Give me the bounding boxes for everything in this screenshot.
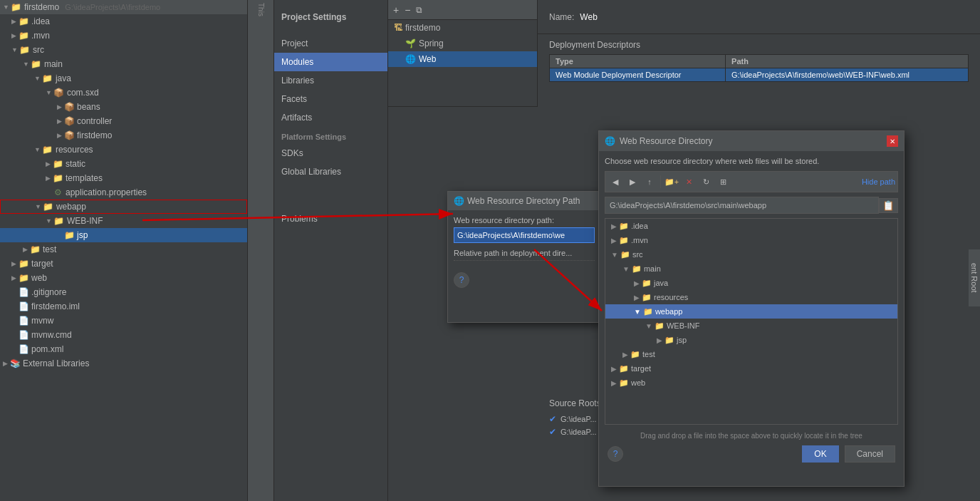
wrdp-title-icon: 🌐 <box>454 196 464 206</box>
wrd-item-main[interactable]: ▼ 📁 main <box>605 262 897 276</box>
ext-libs-label: External Libraries <box>23 358 89 368</box>
pomxml-icon: 📄 <box>18 344 29 355</box>
test-label: test <box>43 244 56 254</box>
wrd-up-button[interactable]: ↑ <box>642 174 657 190</box>
gitignore-icon: 📄 <box>18 286 29 298</box>
dd-path-cell: G:\ideaProjects\A\firstdemo\web\WEB-INF\… <box>726 68 969 82</box>
wrd-close-button[interactable]: ✕ <box>887 135 898 147</box>
tree-item-java[interactable]: ▼ 📁 java <box>0 71 247 86</box>
settings-item-libraries[interactable]: Libraries <box>274 71 387 90</box>
tree-item-ext-libs[interactable]: ▶ 📚 External Libraries <box>0 356 247 371</box>
settings-global-libs-label: Global Libraries <box>281 167 341 177</box>
tree-item-webinf[interactable]: ▼ 📁 WEB-INF <box>0 214 247 228</box>
mvnw-cmd-icon: 📄 <box>18 329 29 341</box>
wrd-item-resources[interactable]: ▶ 📁 resources <box>605 290 897 304</box>
source-root-checkbox-1[interactable]: ✔ <box>549 414 556 424</box>
idea-folder-icon: 📁 <box>18 16 29 27</box>
settings-item-problems[interactable]: Problems <box>274 210 387 228</box>
project-root[interactable]: ▼ 📁 firstdemo G:\ideaProjects\A\firstdem… <box>0 0 247 14</box>
appprops-icon: ⚙ <box>52 187 63 198</box>
root-chevron: ▼ <box>3 4 9 11</box>
tree-item-webapp[interactable]: ▼ 📁 webapp <box>0 200 247 214</box>
module-item-web[interactable]: 🌐 Web <box>388 51 537 67</box>
wrdp-help-button[interactable]: ? <box>454 272 469 288</box>
copy-module-button[interactable]: ⧉ <box>413 5 425 15</box>
tree-item-mvn[interactable]: ▶ 📁 .mvn <box>0 29 247 43</box>
tree-item-mvnw-cmd[interactable]: ▶ 📄 mvnw.cmd <box>0 328 247 342</box>
mvnw-icon: 📄 <box>18 315 29 326</box>
wrd-resources-icon: 📁 <box>642 293 652 302</box>
wrd-forward-button[interactable]: ▶ <box>625 174 640 190</box>
wrd-java-icon: 📁 <box>642 279 652 288</box>
tree-item-main[interactable]: ▼ 📁 main <box>0 57 247 71</box>
wrd-item-test[interactable]: ▶ 📁 test <box>605 347 897 361</box>
idea-label: .idea <box>31 16 50 26</box>
tree-item-pomxml[interactable]: ▶ 📄 pom.xml <box>0 342 247 356</box>
wrd-back-button[interactable]: ◀ <box>608 174 623 190</box>
remove-module-button[interactable]: − <box>402 4 413 16</box>
tree-item-static[interactable]: ▶ 📁 static <box>0 157 247 171</box>
tree-item-target[interactable]: ▶ 📁 target <box>0 257 247 271</box>
wrd-hide-path-link[interactable]: Hide path <box>862 177 895 186</box>
tree-item-resources[interactable]: ▼ 📁 resources <box>0 143 247 157</box>
tree-item-comsxd[interactable]: ▼ 📦 com.sxd <box>0 86 247 100</box>
settings-item-facets[interactable]: Facets <box>274 90 387 108</box>
project-settings-panel: Project Settings Project Modules Librari… <box>274 0 388 501</box>
settings-item-project[interactable]: Project <box>274 34 387 53</box>
settings-item-sdks[interactable]: SDKs <box>274 144 387 162</box>
wrd-item-jsp[interactable]: ▶ 📁 jsp <box>605 333 897 347</box>
tree-item-test[interactable]: ▶ 📁 test <box>0 242 247 257</box>
dd-row-1[interactable]: Web Module Deployment Descriptor G:\idea… <box>550 68 969 82</box>
wrd-path-field[interactable] <box>605 197 879 214</box>
tree-item-idea[interactable]: ▶ 📁 .idea <box>0 14 247 29</box>
settings-item-artifacts[interactable]: Artifacts <box>274 108 387 127</box>
wrd-help-button[interactable]: ? <box>608 446 623 462</box>
wrd-item-mvn[interactable]: ▶ 📁 .mvn <box>605 233 897 247</box>
name-field: Name: Web <box>549 12 598 22</box>
deployment-descriptors-section: Deployment Descriptors Type Path Web Mod… <box>538 34 980 88</box>
tree-item-mvnw[interactable]: ▶ 📄 mvnw <box>0 314 247 328</box>
tree-item-gitignore[interactable]: ▶ 📄 .gitignore <box>0 285 247 299</box>
web-module-label: Web <box>419 54 436 64</box>
wrd-footer: ? OK Cancel <box>605 443 898 465</box>
tree-item-controller[interactable]: ▶ 📦 controller <box>0 114 247 128</box>
wrd-item-target[interactable]: ▶ 📁 target <box>605 361 897 376</box>
wrd-item-webinf[interactable]: ▼ 📁 WEB-INF <box>605 319 897 333</box>
wrd-item-webapp[interactable]: ▼ 📁 webapp <box>605 304 897 319</box>
tree-item-beans[interactable]: ▶ 📦 beans <box>0 100 247 114</box>
tree-item-jsp[interactable]: ▶ 📁 jsp <box>0 228 247 242</box>
wrd-item-idea[interactable]: ▶ 📁 .idea <box>605 219 897 233</box>
settings-item-modules[interactable]: Modules <box>274 53 387 71</box>
settings-header-label: Project Settings <box>281 12 346 22</box>
wrd-copy-button[interactable]: 📋 <box>879 198 898 213</box>
module-item-firstdemo[interactable]: 🏗 firstdemo <box>388 20 537 36</box>
settings-item-global-libs[interactable]: Global Libraries <box>274 162 387 181</box>
tree-item-web[interactable]: ▶ 📁 web <box>0 271 247 285</box>
tree-item-appprops[interactable]: ▶ ⚙ application.properties <box>0 185 247 200</box>
wrd-item-src[interactable]: ▼ 📁 src <box>605 247 897 262</box>
wrdp-path-input[interactable] <box>454 227 595 243</box>
tree-item-firstdemo-iml[interactable]: ▶ 📄 firstdemo.iml <box>0 299 247 314</box>
spring-module-icon: 🌱 <box>405 38 416 48</box>
wrd-ok-button[interactable]: OK <box>802 445 838 463</box>
wrd-delete-button[interactable]: ✕ <box>681 174 697 190</box>
wrd-idea-icon: 📁 <box>619 222 629 231</box>
add-module-button[interactable]: + <box>390 4 402 16</box>
module-item-spring[interactable]: 🌱 Spring <box>388 36 537 51</box>
wrd-cancel-button[interactable]: Cancel <box>845 445 895 463</box>
tree-item-templates[interactable]: ▶ 📁 templates <box>0 171 247 185</box>
dd-table: Type Path Web Module Deployment Descript… <box>549 54 969 82</box>
source-root-value-2: G:\ideaP... <box>561 428 597 436</box>
source-root-checkbox-2[interactable]: ✔ <box>549 427 556 437</box>
settings-modules-label: Modules <box>281 57 313 67</box>
tree-item-src[interactable]: ▼ 📁 src <box>0 43 247 57</box>
wrd-item-java[interactable]: ▶ 📁 java <box>605 276 897 290</box>
tree-item-firstdemo-pkg[interactable]: ▶ 📦 firstdemo <box>0 128 247 143</box>
wrd-webapp-icon: 📁 <box>643 307 653 316</box>
wrd-newfolder-button[interactable]: 📁+ <box>664 174 679 190</box>
wrd-toggle-button[interactable]: ⊞ <box>715 174 731 190</box>
wrd-item-web[interactable]: ▶ 📁 web <box>605 376 897 390</box>
wrd-refresh-button[interactable]: ↻ <box>698 174 714 190</box>
beans-label: beans <box>77 102 100 112</box>
dd-title: Deployment Descriptors <box>549 40 969 50</box>
